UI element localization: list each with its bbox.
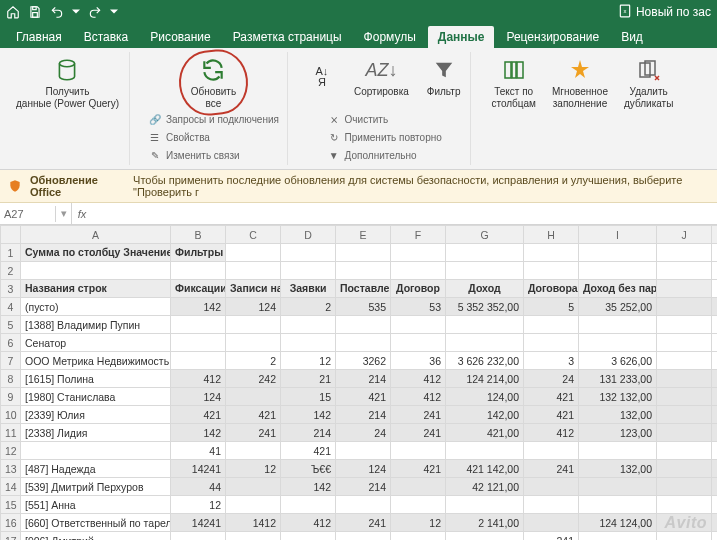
- cell[interactable]: Фиксации: [171, 280, 226, 298]
- cell[interactable]: Ъ€€: [281, 460, 336, 478]
- cell[interactable]: [524, 244, 579, 262]
- cell[interactable]: [712, 352, 718, 370]
- cell[interactable]: 421: [226, 406, 281, 424]
- cell[interactable]: 3 626,00: [579, 352, 657, 370]
- cell[interactable]: [446, 532, 524, 541]
- cell[interactable]: [281, 262, 336, 280]
- row-header[interactable]: 17: [1, 532, 21, 541]
- row-header[interactable]: 11: [1, 424, 21, 442]
- cell[interactable]: 132,00: [579, 460, 657, 478]
- cell[interactable]: [391, 442, 446, 460]
- formula-input[interactable]: [92, 212, 717, 216]
- cell[interactable]: [712, 532, 718, 541]
- cell[interactable]: 2: [281, 298, 336, 316]
- cell[interactable]: [712, 442, 718, 460]
- cell[interactable]: 12: [281, 352, 336, 370]
- text-to-columns-button[interactable]: Текст по столбцам: [485, 54, 542, 111]
- cell[interactable]: [446, 334, 524, 352]
- cell[interactable]: [657, 442, 712, 460]
- cell[interactable]: 214: [336, 370, 391, 388]
- cell[interactable]: 3 626 232,00: [446, 352, 524, 370]
- col-header[interactable]: D: [281, 226, 336, 244]
- cell[interactable]: [712, 244, 718, 262]
- row-header[interactable]: 6: [1, 334, 21, 352]
- cell[interactable]: Договор: [391, 280, 446, 298]
- cell[interactable]: [391, 532, 446, 541]
- select-all-corner[interactable]: [1, 226, 21, 244]
- cell[interactable]: 421: [281, 442, 336, 460]
- cell[interactable]: Поставлено в бронь: [336, 280, 391, 298]
- cell[interactable]: [712, 280, 718, 298]
- cell[interactable]: [657, 370, 712, 388]
- cell[interactable]: [579, 442, 657, 460]
- cell[interactable]: [281, 496, 336, 514]
- cell[interactable]: [336, 496, 391, 514]
- cell[interactable]: Фильтры по столбцам: [171, 244, 226, 262]
- cell[interactable]: [226, 334, 281, 352]
- col-header[interactable]: K: [712, 226, 718, 244]
- sort-az-button[interactable]: A↓Я: [302, 61, 342, 93]
- row-header[interactable]: 13: [1, 460, 21, 478]
- cell[interactable]: [524, 478, 579, 496]
- row-header[interactable]: 10: [1, 406, 21, 424]
- cell[interactable]: [336, 532, 391, 541]
- cell[interactable]: [336, 334, 391, 352]
- cell[interactable]: [579, 496, 657, 514]
- cell[interactable]: [712, 406, 718, 424]
- cell[interactable]: [226, 316, 281, 334]
- cell[interactable]: 2: [226, 352, 281, 370]
- cell[interactable]: [579, 334, 657, 352]
- cell[interactable]: 14241: [171, 460, 226, 478]
- cell[interactable]: [21, 442, 171, 460]
- cell[interactable]: [281, 334, 336, 352]
- tab-layout[interactable]: Разметка страницы: [223, 26, 352, 48]
- row-header[interactable]: 2: [1, 262, 21, 280]
- cell[interactable]: Сенатор: [21, 334, 171, 352]
- cell[interactable]: 142: [171, 424, 226, 442]
- cell[interactable]: [487] Надежда: [21, 460, 171, 478]
- cell[interactable]: [226, 244, 281, 262]
- col-header[interactable]: C: [226, 226, 281, 244]
- cell[interactable]: 35 252,00: [579, 298, 657, 316]
- cell[interactable]: [2338] Лидия: [21, 424, 171, 442]
- cell[interactable]: 124: [171, 388, 226, 406]
- cell[interactable]: Договора без паркинга: [524, 280, 579, 298]
- cell[interactable]: [171, 352, 226, 370]
- cell[interactable]: 535: [336, 298, 391, 316]
- cell[interactable]: [657, 406, 712, 424]
- cell[interactable]: Названия строк: [21, 280, 171, 298]
- col-header[interactable]: E: [336, 226, 391, 244]
- cell[interactable]: [226, 478, 281, 496]
- row-header[interactable]: 5: [1, 316, 21, 334]
- cell[interactable]: 142: [171, 298, 226, 316]
- refresh-all-button[interactable]: Обновить все: [185, 54, 242, 111]
- cell[interactable]: [446, 496, 524, 514]
- cell[interactable]: [446, 262, 524, 280]
- cell[interactable]: [712, 370, 718, 388]
- cell[interactable]: [391, 244, 446, 262]
- cell[interactable]: 5 352 352,00: [446, 298, 524, 316]
- cell[interactable]: 124 124,00: [579, 514, 657, 532]
- cell[interactable]: [579, 244, 657, 262]
- cell[interactable]: [657, 460, 712, 478]
- cell[interactable]: Доход: [446, 280, 524, 298]
- cell[interactable]: 412: [524, 424, 579, 442]
- col-header[interactable]: A: [21, 226, 171, 244]
- cell[interactable]: [446, 316, 524, 334]
- row-header[interactable]: 7: [1, 352, 21, 370]
- cell[interactable]: [712, 334, 718, 352]
- cell[interactable]: 412: [391, 370, 446, 388]
- cell[interactable]: 421: [524, 406, 579, 424]
- cell[interactable]: 241: [524, 532, 579, 541]
- cell[interactable]: 42 121,00: [446, 478, 524, 496]
- row-header[interactable]: 8: [1, 370, 21, 388]
- cell[interactable]: [226, 496, 281, 514]
- cell[interactable]: 3: [524, 352, 579, 370]
- chevron-down-icon[interactable]: [110, 8, 118, 16]
- cell[interactable]: [579, 316, 657, 334]
- cell[interactable]: [524, 496, 579, 514]
- cell[interactable]: [171, 262, 226, 280]
- cell[interactable]: [391, 334, 446, 352]
- cell[interactable]: 123,00: [579, 424, 657, 442]
- cell[interactable]: 142: [281, 478, 336, 496]
